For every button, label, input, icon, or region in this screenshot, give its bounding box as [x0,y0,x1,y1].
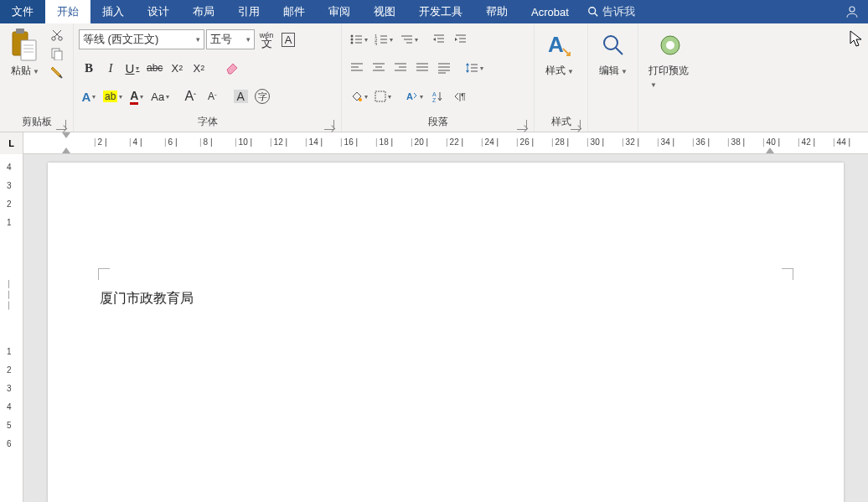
svg-line-64 [616,48,623,54]
paste-button[interactable]: 粘贴▼ [5,27,45,81]
ruler-tick: 18 | [375,137,393,147]
ruler-tick: 26 | [516,137,534,147]
decrease-indent-button[interactable] [429,29,449,49]
tab-view[interactable]: 视图 [362,0,407,23]
text-direction-button[interactable]: A▾ [402,86,426,106]
clipboard-launcher[interactable] [56,120,66,130]
grow-font-button[interactable]: Aˆ [180,86,200,106]
tab-mailings[interactable]: 邮件 [271,0,317,23]
text-effects-button[interactable]: A▾ [79,86,99,106]
align-right-icon [394,62,407,74]
tab-home[interactable]: 开始 [45,0,90,23]
align-center-icon [372,62,385,74]
line-spacing-button[interactable]: ▾ [462,58,486,78]
outdent-icon [432,34,446,45]
v-ruler-tick: 4 [7,163,12,172]
eraser-button[interactable] [222,58,242,78]
show-marks-button[interactable]: ¶ [449,86,469,106]
shading-button[interactable]: ▾ [347,86,370,106]
align-left-button[interactable] [347,58,367,78]
char-shading-button[interactable]: A [230,86,251,106]
italic-button[interactable]: I [101,58,121,78]
superscript-button[interactable]: X2 [189,58,209,78]
paste-icon [11,28,39,62]
copy-icon [50,47,64,60]
svg-point-15 [351,35,354,38]
paragraph-launcher[interactable] [517,120,527,130]
svg-line-11 [54,30,61,37]
font-launcher[interactable] [324,120,334,130]
sort-button[interactable]: AZ [427,86,447,106]
char-border-button[interactable]: A [278,29,298,49]
cut-button[interactable] [49,27,65,44]
page[interactable]: 厦门市政教育局 [48,163,844,502]
align-center-button[interactable] [369,58,389,78]
phonetic-guide-button[interactable]: wén文 [256,29,276,49]
tab-layout[interactable]: 布局 [181,0,226,23]
v-ruler-tick: 1 [7,347,12,356]
multilevel-button[interactable]: ▾ [397,29,421,49]
highlight-button[interactable]: ab▾ [101,86,125,106]
tab-review[interactable]: 审阅 [317,0,362,23]
copy-button[interactable] [49,45,65,62]
shrink-font-button[interactable]: Aˇ [202,86,222,106]
editing-button[interactable]: 编辑▼ [593,27,633,81]
v-ruler-margin-mark: — — — [5,280,14,310]
tab-developer[interactable]: 开发工具 [407,0,474,23]
v-ruler-tick: 2 [7,365,12,375]
bullets-button[interactable]: ▾ [347,29,370,49]
font-family-select[interactable]: 等线 (西文正文)▾ [79,29,204,49]
align-right-button[interactable] [390,58,411,78]
group-print: 打印预览▼ [638,23,702,132]
ruler-vertical[interactable]: 4321123456 — — — [0,154,23,502]
tab-selector[interactable]: L [0,132,23,154]
print-preview-button[interactable]: 打印预览▼ [643,27,697,93]
v-ruler-tick: 6 [7,439,12,448]
ruler-tick: 30 | [586,137,604,147]
align-distribute-button[interactable] [434,58,454,78]
subscript-button[interactable]: X2 [167,58,187,78]
change-case-button[interactable]: Aa▾ [148,86,172,106]
page-scroll[interactable]: 厦门市政教育局 [23,154,868,502]
pilcrow-icon: ¶ [452,91,466,102]
ruler-tick: 44 | [833,137,850,147]
tab-file[interactable]: 文件 [0,0,45,23]
svg-rect-14 [54,51,62,60]
svg-point-0 [589,8,596,14]
ruler-tick: 34 | [657,137,674,147]
align-justify-button[interactable] [412,58,432,78]
tab-insert[interactable]: 插入 [90,0,136,23]
format-painter-button[interactable] [49,64,65,80]
strike-button[interactable]: abc [144,58,165,78]
ruler-horizontal: L 2 |4 |6 |8 |10 |12 |14 |16 |18 |20 |22… [0,132,868,154]
font-size-select[interactable]: 五号▾ [206,29,255,49]
tab-help[interactable]: 帮助 [474,0,519,23]
brush-icon [50,65,64,79]
tab-design[interactable]: 设计 [136,0,181,23]
svg-point-66 [666,41,674,49]
ruler-tick: 32 | [622,137,639,147]
increase-indent-button[interactable] [451,29,471,49]
tell-me-search[interactable]: 告诉我 [581,0,642,23]
styles-launcher[interactable] [571,120,581,130]
tab-references[interactable]: 引用 [226,0,271,23]
enclose-char-button[interactable]: 字 [252,86,272,106]
v-ruler-tick: 2 [7,199,12,209]
underline-button[interactable]: U▾ [122,58,142,78]
ruler-tick: 40 | [762,137,780,147]
borders-button[interactable]: ▾ [372,86,394,106]
h-ruler-scale[interactable]: 2 |4 |6 |8 |10 |12 |14 |16 |18 |20 |22 |… [23,132,868,153]
ruler-tick: 28 | [551,137,569,147]
numbering-button[interactable]: 123▾ [372,29,395,49]
font-color-button[interactable]: A▾ [127,86,147,106]
svg-line-1 [595,13,598,17]
account-icon[interactable] [836,0,868,23]
paste-label: 粘贴 [11,65,31,76]
ruler-tick: 36 | [692,137,710,147]
bullets-icon [349,34,363,45]
document-text[interactable]: 厦门市政教育局 [100,290,194,308]
bold-button[interactable]: B [79,58,99,78]
tab-acrobat[interactable]: Acrobat [519,0,581,23]
borders-icon [375,91,386,102]
styles-button[interactable]: A 样式▼ [540,27,580,81]
